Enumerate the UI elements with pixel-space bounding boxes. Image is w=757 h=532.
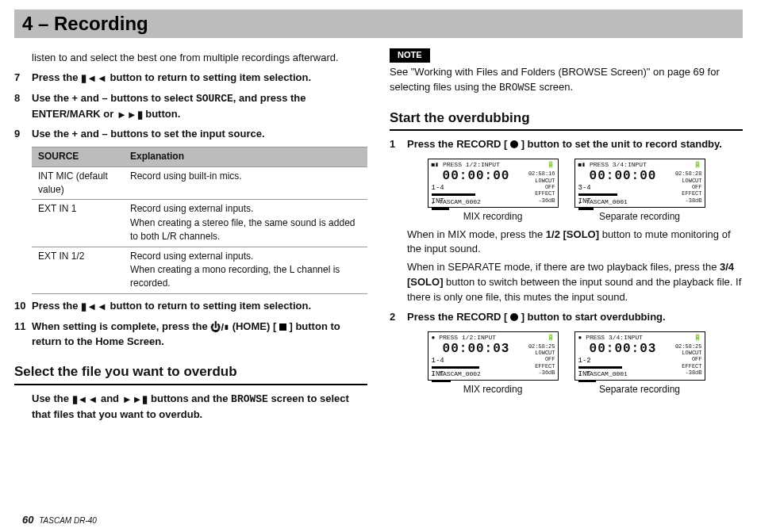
fast-forward-icon: ►►▮ [117,108,143,123]
stop-icon [279,323,286,331]
step-8: 8 Use the + and – buttons to select SOUR… [14,91,367,123]
caption-mix: MIX recording [428,383,559,396]
page-number: 60 [22,514,33,526]
rewind-icon: ▮◄◄ [72,392,98,408]
th-explanation: Explanation [124,147,367,166]
separate-note: When in SEPARATE mode, if there are two … [390,260,743,305]
footer: 60 TASCAM DR-40 [22,514,97,526]
note-text: See "Working with Files and Folders (BRO… [390,65,743,96]
caption-separate: Separate recording [574,383,705,396]
step-10: 10 Press the ▮◄◄ button to return to set… [14,299,367,315]
right-column: NOTE See "Working with Files and Folders… [390,48,743,426]
heading-start-overdubbing: Start the overdubbing [390,109,743,132]
source-table: SOURCEExplanation INT MIC (default value… [32,147,367,294]
screenshot-sep-standby: ◼▮ PRESS 3/4:INPUT 🔋 00:00:00 02:58:28LO… [574,159,705,224]
caption-separate: Separate recording [574,210,705,224]
rewind-icon: ▮◄◄ [81,300,107,315]
step-11: 11 When setting is complete, press the ⏻… [14,320,367,350]
screenshot-mix-standby: ◼▮ PRESS 1/2:INPUT 🔋 00:00:00 02:58:16LO… [428,159,559,224]
select-instruction: Use the ▮◄◄ and ►►▮ buttons and the BROW… [14,392,367,423]
screenshot-row-1: ◼▮ PRESS 1/2:INPUT 🔋 00:00:00 02:58:16LO… [390,159,743,224]
screenshot-mix-recording: ● PRESS 1/2:INPUT 🔋 00:00:03 02:58:25LOW… [428,331,559,396]
left-column: listen to and select the best one from m… [14,48,367,426]
heading-select-file: Select the file you want to overdub [14,362,367,385]
power-icon: ⏻/▮ [210,320,229,335]
model-name: TASCAM DR-40 [39,516,97,525]
screenshot-row-2: ● PRESS 1/2:INPUT 🔋 00:00:03 02:58:25LOW… [390,331,743,396]
th-source: SOURCE [32,147,124,166]
caption-mix: MIX recording [428,210,559,224]
chapter-header: 4 – Recording [14,10,743,38]
columns: listen to and select the best one from m… [14,48,743,426]
record-icon [510,313,518,321]
rewind-icon: ▮◄◄ [81,71,107,86]
screenshot-sep-recording: ● PRESS 3/4:INPUT 🔋 00:00:03 02:58:25LOW… [574,331,705,396]
continuation-text: listen to and select the best one from m… [14,51,367,66]
step-9: 9 Use the + and – buttons to set the inp… [14,127,367,142]
note-label: NOTE [390,48,430,63]
record-icon [510,140,518,148]
mix-note: When in MIX mode, press the 1/2 [SOLO] b… [390,228,743,258]
step-7: 7 Press the ▮◄◄ button to return to sett… [14,71,367,86]
overdub-step-2: 2 Press the RECORD [ ] button to start o… [390,310,743,325]
table-row: EXT IN 1/2Record using external inputs. … [32,247,367,293]
overdub-step-1: 1 Press the RECORD [ ] button to set the… [390,137,743,152]
table-row: INT MIC (default value)Record using buil… [32,166,367,200]
manual-page: 4 – Recording listen to and select the b… [0,0,757,532]
table-row: EXT IN 1Record using external inputs. Wh… [32,200,367,247]
fast-forward-icon: ►►▮ [122,392,148,408]
